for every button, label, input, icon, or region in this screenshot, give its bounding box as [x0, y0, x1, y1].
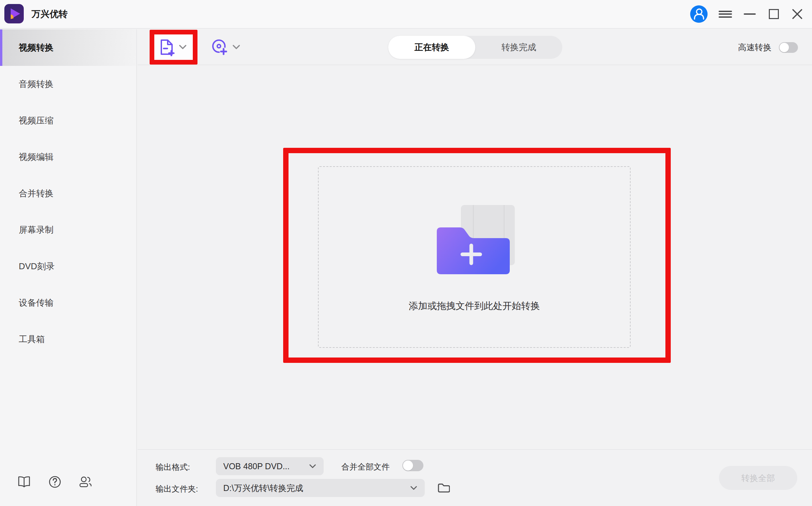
merge-all-label: 合并全部文件 [342, 461, 390, 472]
sidebar-item-video-compress[interactable]: 视频压缩 [0, 102, 136, 139]
help-question-icon[interactable] [48, 475, 62, 489]
convert-all-button[interactable]: 转换全部 [719, 466, 797, 490]
uniconverter-window: 万兴优转 视频转换 音频转换 视频压缩 视频编辑 合并转换 屏幕录制 DVD刻录… [0, 0, 812, 506]
sidebar-item-label: 视频转换 [19, 42, 54, 54]
sidebar-item-label: 设备传输 [19, 297, 54, 309]
sidebar-footer [17, 475, 92, 489]
sidebar-item-label: DVD刻录 [19, 260, 55, 272]
add-dvd-icon [211, 38, 228, 56]
sidebar-item-label: 合并转换 [19, 188, 54, 199]
output-folder-dropdown[interactable]: D:\万兴优转\转换完成 [216, 479, 425, 497]
toolbar-divider [138, 65, 812, 65]
high-speed-label: 高速转换 [738, 42, 771, 53]
sidebar-item-audio-convert[interactable]: 音频转换 [0, 66, 136, 102]
bottom-divider [138, 449, 812, 450]
sidebar-item-label: 音频转换 [19, 78, 54, 90]
chevron-down-icon [179, 45, 187, 50]
add-file-icon [159, 38, 175, 56]
sidebar-item-video-convert[interactable]: 视频转换 [0, 29, 136, 66]
add-file-button[interactable] [159, 38, 187, 56]
high-speed-toggle[interactable] [779, 42, 798, 53]
add-dvd-button[interactable] [211, 38, 240, 56]
output-format-dropdown[interactable]: VOB 480P DVD... [216, 457, 324, 475]
app-logo-icon [4, 4, 24, 24]
sidebar-item-video-edit[interactable]: 视频编辑 [0, 139, 136, 175]
tab-finished[interactable]: 转换完成 [475, 36, 562, 59]
merge-all-toggle[interactable] [402, 460, 423, 471]
menu-icon[interactable] [718, 7, 733, 21]
output-folder-value: D:\万兴优转\转换完成 [223, 483, 410, 494]
sidebar-item-merge-convert[interactable]: 合并转换 [0, 175, 136, 212]
chevron-down-icon [309, 464, 316, 469]
output-folder-label: 输出文件夹: [156, 484, 198, 494]
annotation-red-box-dropzone [283, 148, 671, 363]
contact-people-icon[interactable] [79, 475, 92, 489]
maximize-icon[interactable] [766, 7, 781, 21]
sidebar-item-label: 视频编辑 [19, 151, 54, 163]
sidebar: 视频转换 音频转换 视频压缩 视频编辑 合并转换 屏幕录制 DVD刻录 设备传输… [0, 29, 137, 506]
high-speed-convert: 高速转换 [738, 36, 798, 59]
sidebar-item-label: 工具箱 [19, 333, 45, 345]
close-icon[interactable] [790, 7, 805, 21]
chevron-down-icon [410, 486, 417, 490]
convert-status-tabs: 正在转换 转换完成 [388, 36, 562, 59]
sidebar-item-toolbox[interactable]: 工具箱 [0, 321, 136, 357]
sidebar-item-dvd-burn[interactable]: DVD刻录 [0, 248, 136, 284]
chevron-down-icon [232, 45, 240, 50]
sidebar-item-device-transfer[interactable]: 设备传输 [0, 284, 136, 321]
app-title: 万兴优转 [31, 0, 68, 28]
sidebar-item-screen-record[interactable]: 屏幕录制 [0, 212, 136, 248]
sidebar-item-label: 视频压缩 [19, 115, 54, 126]
user-guide-book-icon[interactable] [17, 475, 31, 489]
sidebar-item-label: 屏幕录制 [19, 224, 54, 236]
output-format-value: VOB 480P DVD... [223, 461, 309, 471]
output-format-label: 输出格式: [156, 462, 190, 473]
titlebar: 万兴优转 [0, 0, 812, 29]
minimize-icon[interactable] [742, 7, 757, 21]
browse-folder-icon[interactable] [436, 482, 450, 494]
user-avatar-icon[interactable] [690, 5, 708, 23]
tab-converting[interactable]: 正在转换 [388, 36, 475, 59]
